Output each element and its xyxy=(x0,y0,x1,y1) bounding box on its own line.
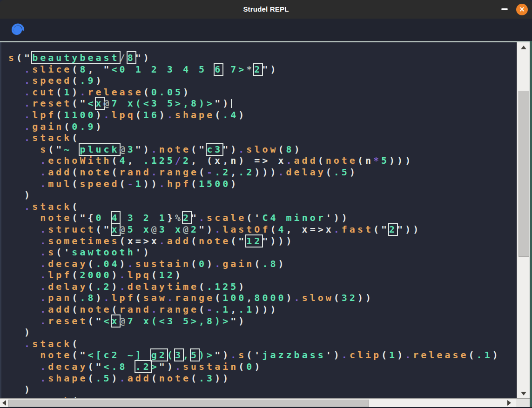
highlighted-token: 2 xyxy=(389,224,397,235)
code-token: 100 xyxy=(222,292,246,303)
highlighted-token: 3 xyxy=(175,349,183,361)
code-token: 1 xyxy=(389,349,397,361)
code-line: .stack( xyxy=(8,132,518,144)
code-token: 2000 xyxy=(80,269,111,281)
code-token: . xyxy=(40,167,48,178)
code-token: . xyxy=(40,304,48,315)
code-token: @ xyxy=(120,315,128,327)
strudel-logo-icon[interactable] xyxy=(9,21,26,38)
code-token: ) xyxy=(112,281,120,292)
code-token: ) xyxy=(112,269,120,281)
titlebar[interactable]: Strudel REPL × xyxy=(0,0,532,19)
code-token xyxy=(8,144,40,155)
code-token: 32 xyxy=(342,292,357,303)
code-token: (" xyxy=(72,212,88,223)
code-token: .1 xyxy=(238,304,254,315)
code-token: )> xyxy=(199,349,215,361)
code-token: . xyxy=(24,338,32,349)
code-token: add xyxy=(294,155,318,166)
code-token: ( xyxy=(72,269,80,281)
code-token: delaytime xyxy=(128,281,199,292)
code-token: ( xyxy=(88,373,95,384)
code-token: ( xyxy=(72,201,80,212)
code-token: ) xyxy=(238,109,246,120)
horizontal-scrollbar-thumb[interactable] xyxy=(8,400,369,407)
code-token: ( xyxy=(278,144,286,155)
code-token: ( xyxy=(143,87,151,98)
minimize-icon xyxy=(501,8,508,10)
code-token xyxy=(8,212,40,223)
code-token: ( xyxy=(199,281,207,292)
code-line: .sometimes(x=>x.add(note("12"))) xyxy=(8,235,518,247)
code-token: speed xyxy=(80,178,119,189)
close-button[interactable]: × xyxy=(516,4,528,15)
code-token: ) xyxy=(120,258,128,269)
code-token xyxy=(8,235,40,247)
code-token: (" xyxy=(191,144,207,155)
code-token: ( xyxy=(88,281,95,292)
code-token: ") xyxy=(262,64,278,75)
code-token: 0.05 xyxy=(151,87,183,98)
code-token: note xyxy=(40,212,72,223)
code-token: note xyxy=(40,349,72,361)
code-token xyxy=(8,167,40,178)
code-editor[interactable]: s("beautybeast/8") .slice(8, "<0 1 2 3 4… xyxy=(0,42,518,399)
code-token: , (x,n) => x xyxy=(191,155,286,166)
code-token: sustain xyxy=(183,361,238,372)
code-line: s("~ pluck@3").note("c3").slow(8) xyxy=(8,144,518,155)
code-token: @ xyxy=(104,98,112,109)
code-token: ') xyxy=(326,349,342,361)
code-line: .stack( xyxy=(8,338,518,350)
code-token: ") xyxy=(159,361,175,372)
code-line: .add(note(rand.range(-.1,.1))) xyxy=(8,304,518,315)
code-token: ) xyxy=(294,144,302,155)
code-token: )) xyxy=(357,292,373,303)
code-line: .stack( xyxy=(8,201,518,213)
scroll-down-icon[interactable] xyxy=(521,392,526,395)
code-token: ( xyxy=(199,167,207,178)
code-token: .8 xyxy=(262,258,278,269)
code-token: slow xyxy=(246,144,278,155)
code-token: / xyxy=(175,155,183,166)
code-token: ( xyxy=(318,155,326,166)
code-token: . xyxy=(128,258,135,269)
code-token: 2 xyxy=(191,224,199,235)
code-token: decay xyxy=(48,361,88,372)
window-right-edge xyxy=(530,41,532,408)
code-token: * xyxy=(373,155,381,166)
scroll-up-icon[interactable] xyxy=(521,46,526,49)
code-token: @ xyxy=(151,224,159,235)
code-token xyxy=(8,224,40,235)
code-token: . xyxy=(151,144,159,155)
code-token: shape xyxy=(175,109,215,120)
code-token: .8 xyxy=(80,292,95,303)
code-line: .gain(0.9) xyxy=(8,121,518,133)
vertical-scrollbar-thumb[interactable] xyxy=(519,91,529,257)
code-token: echoWith xyxy=(48,155,111,166)
vertical-scrollbar[interactable] xyxy=(517,42,530,399)
code-line: ) xyxy=(8,189,518,201)
code-token: jazzbass xyxy=(262,349,325,361)
scroll-left-icon[interactable] xyxy=(2,400,6,406)
code-token: lastOf xyxy=(222,224,270,235)
horizontal-scrollbar[interactable] xyxy=(0,398,517,407)
code-line: .slice(8, "<0 1 2 3 4 5 6 7>*2") xyxy=(8,64,518,75)
code-token: ~ xyxy=(64,144,80,155)
code-token: .1 xyxy=(477,349,492,361)
highlighted-token: 4 xyxy=(112,212,120,223)
code-token xyxy=(8,338,24,349)
code-token: (" xyxy=(16,52,32,63)
code-token: gain xyxy=(32,121,64,132)
code-token: rand xyxy=(120,167,151,178)
scrollbar-corner xyxy=(517,398,530,407)
code-token: ( xyxy=(135,292,143,303)
code-token: 7 x(<3 5>,8)> xyxy=(112,98,215,109)
code-token: ) xyxy=(8,189,32,201)
highlighted-token: 12 xyxy=(246,235,262,247)
minimize-button[interactable] xyxy=(499,5,510,14)
code-token: sawtooth xyxy=(72,247,135,258)
code-token: ( xyxy=(112,167,120,178)
code-token xyxy=(8,178,40,189)
code-token: ) xyxy=(159,109,167,120)
scroll-right-icon[interactable] xyxy=(507,400,511,406)
